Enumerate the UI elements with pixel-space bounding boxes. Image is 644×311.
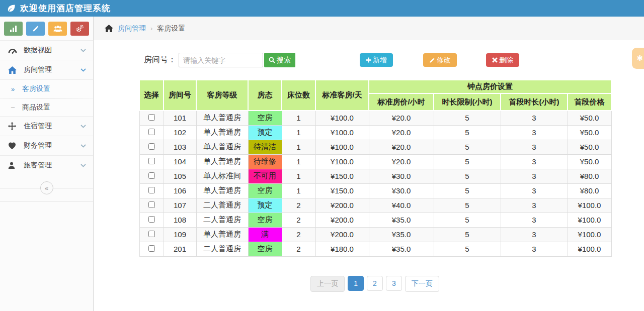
add-button[interactable]: 新增 [360, 53, 393, 67]
col-header-select: 选择 [139, 80, 164, 111]
cell-room-grade: 单人标准间 [196, 169, 248, 183]
cell-day-price: ¥100.0 [315, 125, 369, 140]
row-checkbox[interactable] [148, 187, 155, 193]
rooms-table-wrap: 选择 房间号 客房等级 房态 床位数 标准客房/天 钟点房价设置 标准房价/小时… [139, 79, 644, 257]
next-page-button[interactable]: 下一页 [405, 276, 439, 292]
cell-day-price: ¥100.0 [315, 154, 369, 169]
table-row: 104 单人普通房 待维修 1 ¥100.0 ¥20.0 5 3 ¥50.0 [139, 154, 611, 169]
users-button[interactable] [48, 22, 67, 36]
search-input[interactable] [179, 53, 263, 67]
sidebar-item-label: 数据视图 [24, 46, 52, 55]
sidebar-item-data-view[interactable]: 数据视图 [0, 40, 93, 60]
cell-hour-limit: 5 [434, 140, 501, 154]
col-header-room-grade: 客房等级 [196, 80, 248, 111]
search-button[interactable]: 搜索 [264, 53, 295, 67]
row-checkbox[interactable] [148, 129, 155, 135]
cell-first-price: ¥50.0 [568, 111, 611, 125]
sidebar-collapse-button[interactable]: « [40, 181, 53, 194]
pencil-icon [429, 57, 435, 63]
dash-icon: – [11, 103, 22, 111]
cell-room-number: 107 [164, 198, 196, 213]
page-button[interactable]: 3 [386, 276, 402, 291]
table-row: 107 二人普通房 预定 2 ¥200.0 ¥40.0 5 3 ¥100.0 [139, 198, 611, 213]
row-checkbox[interactable] [148, 114, 155, 121]
cell-room-number: 105 [164, 169, 196, 183]
app-header: 欢迎使用酒店管理系统 [0, 0, 644, 17]
sidebar-item-label: 房间管理 [24, 65, 52, 74]
page-button[interactable]: 1 [348, 276, 364, 291]
row-checkbox[interactable] [148, 245, 155, 252]
heart-icon [8, 142, 19, 149]
breadcrumb-section-link[interactable]: 房间管理 [118, 24, 146, 33]
cell-room-number: 102 [164, 125, 196, 140]
cell-select [139, 227, 164, 242]
sidebar-collapse-row: « [0, 181, 93, 202]
cell-room-grade: 单人普通房 [196, 111, 248, 125]
row-checkbox[interactable] [148, 158, 155, 164]
col-header-first-price: 首段价格 [568, 93, 611, 111]
prev-page-button[interactable]: 上一页 [310, 276, 345, 292]
cell-room-number: 109 [164, 227, 196, 242]
table-row: 108 二人普通房 空房 2 ¥200.0 ¥35.0 5 3 ¥100.0 [139, 213, 611, 227]
cell-room-grade: 单人普通房 [196, 125, 248, 140]
page-button[interactable]: 2 [367, 276, 383, 291]
sidebar-item-finance[interactable]: 财务管理 [0, 136, 93, 155]
toolbar: 房间号： 搜索 新增 修改 删除 [144, 53, 644, 67]
cell-beds: 1 [282, 111, 315, 125]
chart-icon [10, 25, 18, 32]
row-checkbox[interactable] [148, 201, 155, 208]
cell-day-price: ¥200.0 [315, 213, 369, 227]
floating-settings-tab[interactable]: ✱ [632, 48, 644, 69]
cell-first-length: 3 [501, 198, 568, 213]
cell-first-price: ¥50.0 [568, 140, 611, 154]
search-label: 房间号： [144, 55, 176, 65]
cell-select [139, 125, 164, 140]
sidebar-item-product-settings[interactable]: – 商品设置 [0, 98, 93, 116]
cell-room-number: 108 [164, 213, 196, 227]
settings-button[interactable] [70, 22, 89, 36]
edit-button[interactable] [26, 22, 45, 36]
cell-hour-limit: 5 [434, 198, 501, 213]
dashboard-icon [8, 47, 19, 54]
cell-select [139, 242, 164, 256]
move-icon [8, 122, 19, 130]
delete-button[interactable]: 删除 [486, 53, 519, 67]
chart-button[interactable] [4, 22, 23, 36]
rooms-table-body: 101 单人普通房 空房 1 ¥100.0 ¥20.0 5 3 ¥50.0 10… [139, 111, 611, 256]
plus-icon [366, 57, 371, 63]
cell-beds: 1 [282, 140, 315, 154]
sidebar-item-guests[interactable]: 旅客管理 [0, 155, 93, 175]
edit-button[interactable]: 修改 [423, 53, 457, 67]
add-button-label: 新增 [373, 56, 387, 65]
sidebar-item-label: 财务管理 [24, 141, 52, 150]
col-header-first-length: 首段时长(小时) [501, 93, 568, 111]
cell-select [139, 140, 164, 154]
double-angle-icon: » [11, 85, 22, 93]
cell-hour-price: ¥30.0 [369, 183, 434, 198]
sidebar-item-label: 住宿管理 [24, 122, 52, 131]
cell-hour-limit: 5 [434, 213, 501, 227]
cell-select [139, 111, 164, 125]
cell-hour-limit: 5 [434, 154, 501, 169]
sidebar-item-room-settings[interactable]: » 客房设置 [0, 80, 93, 98]
cell-room-status: 空房 [248, 183, 282, 198]
col-header-day-price: 标准客房/天 [315, 80, 369, 111]
cell-room-grade: 二人普通房 [196, 242, 248, 256]
cell-day-price: ¥150.0 [315, 183, 369, 198]
row-checkbox[interactable] [148, 231, 155, 237]
row-checkbox[interactable] [148, 172, 155, 179]
breadcrumb: 房间管理 › 客房设置 [94, 17, 644, 40]
cell-first-length: 3 [501, 125, 568, 140]
sidebar-item-room-management[interactable]: 房间管理 [0, 60, 93, 79]
cell-room-status: 不可用 [248, 169, 282, 183]
cell-room-number: 104 [164, 154, 196, 169]
row-checkbox[interactable] [148, 143, 155, 150]
row-checkbox[interactable] [148, 216, 155, 223]
cell-first-length: 3 [501, 111, 568, 125]
home-icon [8, 66, 19, 74]
cell-first-length: 3 [501, 227, 568, 242]
sidebar-item-accommodation[interactable]: 住宿管理 [0, 116, 93, 136]
cell-room-grade: 单人普通房 [196, 154, 248, 169]
rooms-table: 选择 房间号 客房等级 房态 床位数 标准客房/天 钟点房价设置 标准房价/小时… [139, 79, 612, 257]
leaf-icon [7, 4, 16, 13]
